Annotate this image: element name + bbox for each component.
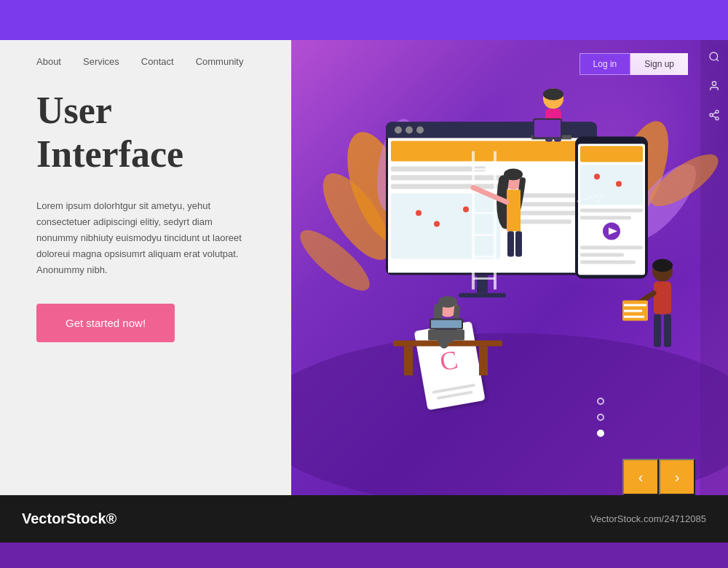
svg-rect-88 — [664, 315, 671, 347]
nav-arrows: ‹ › — [622, 459, 695, 495]
svg-rect-26 — [391, 184, 507, 189]
svg-rect-27 — [391, 194, 500, 259]
nav-services[interactable]: Services — [83, 56, 119, 67]
svg-point-20 — [405, 127, 413, 134]
brand-right: VectorStock.com/24712085 — [590, 513, 706, 524]
prev-arrow[interactable]: ‹ — [622, 459, 659, 495]
svg-rect-43 — [580, 209, 643, 213]
hero-description: Lorem ipsum dolorhtgur sit ametyu, yehut… — [36, 198, 255, 278]
svg-point-28 — [416, 210, 422, 216]
svg-point-29 — [434, 221, 440, 227]
main-content: About Services Contact Community User In… — [0, 40, 728, 495]
svg-rect-44 — [580, 216, 631, 220]
svg-rect-23 — [391, 141, 592, 162]
navigation: About Services Contact Community — [0, 40, 291, 74]
svg-point-19 — [395, 127, 402, 134]
nav-about[interactable]: About — [36, 56, 61, 67]
illustration: C — [291, 40, 728, 495]
next-arrow[interactable]: › — [659, 459, 695, 495]
svg-rect-92 — [624, 310, 642, 312]
svg-rect-81 — [428, 330, 464, 341]
nav-contact[interactable]: Contact — [141, 56, 174, 67]
cta-button[interactable]: Get started now! — [36, 304, 175, 342]
pagination-dot-3[interactable] — [597, 430, 604, 437]
hero-content: User Interface Lorem ipsum dolorhtgur si… — [0, 74, 291, 495]
svg-point-42 — [616, 181, 622, 187]
svg-rect-40 — [580, 165, 643, 205]
svg-rect-91 — [624, 304, 646, 307]
right-panel: Log in Sign up — [291, 40, 728, 495]
svg-point-72 — [543, 89, 563, 100]
svg-rect-47 — [580, 246, 643, 250]
svg-point-41 — [594, 174, 600, 180]
svg-rect-87 — [654, 315, 661, 347]
svg-point-74 — [504, 169, 523, 181]
svg-rect-63 — [404, 347, 413, 376]
left-panel: About Services Contact Community User In… — [0, 40, 291, 495]
svg-rect-49 — [580, 261, 636, 264]
svg-point-79 — [438, 296, 457, 308]
svg-rect-77 — [515, 232, 522, 257]
brand-left: VectorStock® — [22, 510, 116, 527]
top-bar — [0, 0, 728, 40]
svg-rect-93 — [624, 316, 644, 318]
svg-point-30 — [463, 207, 469, 213]
nav-community[interactable]: Community — [196, 56, 244, 67]
svg-rect-36 — [459, 293, 506, 298]
pagination-dots — [597, 398, 604, 437]
svg-point-21 — [416, 127, 424, 134]
pagination-dot-1[interactable] — [597, 398, 604, 405]
svg-rect-86 — [654, 282, 671, 315]
svg-rect-76 — [507, 232, 514, 257]
hero-title: User Interface — [36, 89, 255, 176]
pagination-dot-2[interactable] — [597, 414, 604, 421]
svg-point-85 — [652, 259, 673, 272]
svg-rect-39 — [580, 146, 643, 162]
svg-rect-64 — [479, 347, 488, 376]
svg-rect-24 — [391, 167, 486, 172]
svg-rect-48 — [580, 253, 624, 257]
svg-rect-71 — [534, 120, 561, 138]
bottom-bar: VectorStock® VectorStock.com/24712085 — [0, 495, 728, 543]
svg-rect-83 — [431, 320, 462, 328]
